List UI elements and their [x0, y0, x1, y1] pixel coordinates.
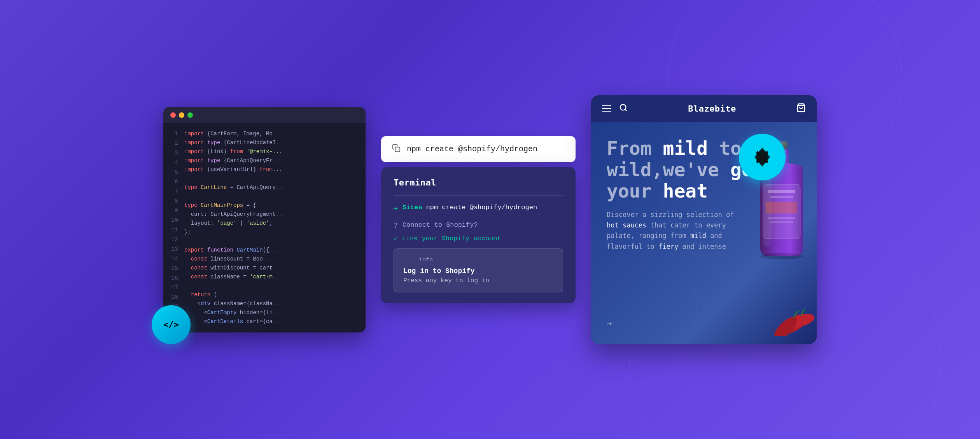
cart-icon[interactable] — [796, 103, 806, 114]
hero-desc-intense: and intense — [678, 243, 726, 250]
terminal-answer-line: ✓ Link your Shopify account — [394, 235, 563, 242]
svg-rect-12 — [768, 190, 795, 193]
terminal-title: Terminal — [394, 178, 563, 187]
hamburger-line — [602, 105, 611, 106]
terminal-panel: Terminal → Sites npm create @shopify/hyd… — [381, 167, 576, 303]
terminal-info-header: info — [403, 257, 553, 263]
shopify-hero: From mild towild,we've gotyour heat Disc… — [591, 122, 817, 344]
hero-title-mild: mild — [663, 137, 708, 159]
search-icon[interactable] — [619, 103, 628, 114]
terminal-sites-label: Sites — [402, 204, 422, 211]
maximize-dot[interactable] — [187, 112, 193, 118]
terminal-sites-line: → Sites npm create @shopify/hydrogen — [394, 203, 563, 212]
hero-desc-part1: Discover a sizzling selection of — [607, 211, 734, 219]
brand-name: Blazebite — [688, 104, 736, 114]
terminal-check-mark: ✓ — [394, 235, 397, 242]
spacer — [394, 217, 563, 221]
npm-command-text: npm create @shopify/hydrogen — [407, 145, 537, 154]
editor-titlebar — [163, 107, 366, 123]
terminal-wrapper: npm create @shopify/hydrogen Terminal → … — [381, 136, 576, 303]
hamburger-line — [602, 108, 611, 109]
shopify-preview: Blazebite — [591, 95, 817, 344]
info-label: info — [419, 257, 433, 263]
code-badge: </> — [152, 305, 191, 344]
pepper-decoration — [754, 297, 817, 336]
terminal-question-text: Connect to Shopify? — [402, 221, 478, 229]
terminal-question-line: ? Connect to Shopify? — [394, 221, 563, 229]
code-content: import {CartForm, Image, Mo... import ty… — [183, 123, 366, 330]
code-editor: 12345 678910 1112131415 1617181920 2122 … — [163, 107, 366, 332]
code-editor-wrapper: 12345 678910 1112131415 1617181920 2122 … — [163, 107, 366, 332]
svg-rect-15 — [768, 217, 795, 219]
svg-point-18 — [760, 253, 803, 259]
editor-body: 12345 678910 1112131415 1617181920 2122 … — [163, 123, 366, 330]
terminal-command: npm create @shopify/hydrogen — [426, 204, 537, 211]
svg-rect-0 — [395, 147, 400, 152]
hero-desc-mild: mild — [690, 232, 706, 240]
blazebite-badge — [739, 134, 786, 180]
hero-description: Discover a sizzling selection of hot sau… — [607, 210, 747, 252]
main-container: 12345 678910 1112131415 1617181920 2122 … — [0, 0, 980, 439]
info-subtitle: Press any key to log in — [403, 277, 553, 284]
terminal-arrow: → — [394, 204, 398, 212]
hamburger-line — [602, 111, 611, 112]
hero-title-heat: heat — [663, 180, 708, 202]
svg-rect-17 — [763, 169, 771, 247]
terminal-divider — [394, 195, 563, 196]
info-dash-left — [403, 260, 415, 260]
terminal-answer-text: Link your Shopify account — [402, 235, 501, 242]
terminal-question-mark: ? — [394, 221, 398, 229]
code-badge-text: </> — [163, 320, 179, 329]
nav-right — [796, 103, 806, 114]
terminal-info-box: info Log in to Shopify Press any key to … — [394, 248, 563, 292]
line-numbers: 12345 678910 1112131415 1617181920 2122 — [163, 123, 183, 330]
npm-command-bar: npm create @shopify/hydrogen — [381, 136, 576, 162]
hero-title-weve: we've — [663, 159, 730, 180]
svg-point-1 — [620, 104, 626, 110]
close-dot[interactable] — [170, 112, 176, 118]
hero-desc-fiery: fiery — [658, 243, 678, 250]
info-title: Log in to Shopify — [403, 267, 553, 275]
svg-point-23 — [781, 332, 782, 334]
hero-desc-hot: hot sauces — [607, 221, 646, 229]
hero-title-from: From — [607, 137, 663, 159]
svg-rect-13 — [770, 196, 793, 198]
svg-point-24 — [773, 329, 775, 331]
copy-icon[interactable] — [392, 144, 401, 154]
blazebite-logo-shape — [751, 145, 774, 169]
hero-title-your: your — [607, 180, 663, 202]
minimize-dot[interactable] — [179, 112, 184, 118]
hamburger-menu-icon[interactable] — [602, 105, 611, 112]
nav-left — [602, 103, 628, 114]
info-dash-right — [437, 260, 553, 260]
svg-rect-16 — [770, 221, 793, 223]
svg-point-22 — [777, 330, 779, 332]
shopify-navbar: Blazebite — [591, 95, 817, 122]
